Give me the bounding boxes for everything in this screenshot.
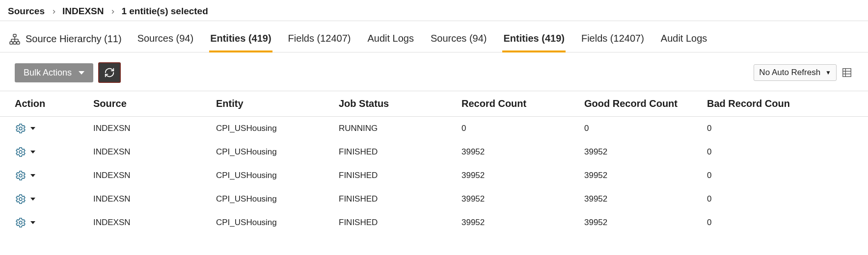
chevron-down-icon <box>30 127 35 130</box>
col-job-status[interactable]: Job Status <box>339 91 461 116</box>
bulk-actions-button[interactable]: Bulk Actions <box>15 63 93 82</box>
cell-source: INDEXSN <box>93 118 216 139</box>
auto-refresh-selected: No Auto Refresh <box>759 68 820 77</box>
cell-entity: CPI_USHousing <box>216 141 339 163</box>
svg-point-14 <box>19 151 22 153</box>
table-header-row: Action Source Entity Job Status Record C… <box>0 91 868 117</box>
cell-good-record-count: 39952 <box>584 188 707 210</box>
row-action[interactable] <box>15 187 93 211</box>
cell-record-count: 39952 <box>461 188 584 210</box>
gear-icon <box>15 146 27 158</box>
cell-record-count: 39952 <box>461 165 584 186</box>
svg-point-17 <box>19 221 22 224</box>
cell-entity: CPI_USHousing <box>216 212 339 233</box>
gear-icon <box>15 123 27 134</box>
cell-entity: CPI_USHousing <box>216 118 339 139</box>
hierarchy-icon <box>9 33 21 45</box>
svg-point-13 <box>19 127 22 130</box>
col-bad-record-count[interactable]: Bad Record Coun <box>707 91 830 116</box>
breadcrumb-selection: 1 entitie(s) selected <box>121 6 208 17</box>
cell-good-record-count: 0 <box>584 118 707 139</box>
cell-source: INDEXSN <box>93 212 216 233</box>
cell-good-record-count: 39952 <box>584 141 707 163</box>
tab-entities-419[interactable]: Entities (419) <box>502 26 565 52</box>
table-row: INDEXSN CPI_USHousing FINISHED 39952 399… <box>0 211 868 234</box>
breadcrumb-indexsn[interactable]: INDEXSN <box>62 6 104 17</box>
breadcrumb: Sources INDEXSN 1 entitie(s) selected <box>0 0 868 21</box>
row-action[interactable] <box>15 117 93 140</box>
cell-source: INDEXSN <box>93 141 216 163</box>
grid-settings-button[interactable] <box>841 66 853 79</box>
chevron-down-icon <box>30 221 35 224</box>
entities-table: Action Source Entity Job Status Record C… <box>0 91 868 234</box>
svg-rect-3 <box>13 42 16 44</box>
col-action[interactable]: Action <box>15 91 93 116</box>
cell-entity: CPI_USHousing <box>216 188 339 210</box>
source-hierarchy-text: Source Hierarchy (11) <box>26 33 122 45</box>
svg-rect-2 <box>17 42 20 44</box>
tab-entities-419[interactable]: Entities (419) <box>209 26 272 52</box>
refresh-icon <box>104 67 115 78</box>
row-action[interactable] <box>15 211 93 234</box>
svg-rect-9 <box>843 69 851 77</box>
chevron-down-icon <box>30 151 35 153</box>
cell-bad-record-count: 0 <box>707 141 830 163</box>
col-entity[interactable]: Entity <box>216 91 339 116</box>
table-row: INDEXSN CPI_USHousing FINISHED 39952 399… <box>0 187 868 211</box>
tab-audit-logs[interactable]: Audit Logs <box>366 26 415 52</box>
cell-record-count: 39952 <box>461 212 584 233</box>
chevron-down-icon <box>79 71 84 75</box>
breadcrumb-sources[interactable]: Sources <box>8 6 45 17</box>
cell-record-count: 39952 <box>461 141 584 163</box>
col-record-count[interactable]: Record Count <box>461 91 584 116</box>
tab-sources-94[interactable]: Sources (94) <box>430 26 488 52</box>
col-good-record-count[interactable]: Good Record Count <box>584 91 707 116</box>
cell-bad-record-count: 0 <box>707 212 830 233</box>
chevron-down-icon <box>30 198 35 201</box>
cell-job-status: FINISHED <box>339 188 461 210</box>
cell-source: INDEXSN <box>93 165 216 186</box>
cell-bad-record-count: 0 <box>707 165 830 186</box>
table-row: INDEXSN CPI_USHousing RUNNING 0 0 0 <box>0 117 868 140</box>
cell-source: INDEXSN <box>93 188 216 210</box>
cell-job-status: RUNNING <box>339 118 461 139</box>
cell-bad-record-count: 0 <box>707 188 830 210</box>
select-triangle-icon: ▼ <box>825 69 831 76</box>
chevron-right-icon <box>109 8 115 14</box>
gear-icon <box>15 170 27 181</box>
svg-rect-0 <box>13 34 16 37</box>
tab-fields-12407[interactable]: Fields (12407) <box>580 26 645 52</box>
auto-refresh-select[interactable]: No Auto Refresh ▼ <box>754 64 837 81</box>
row-action[interactable] <box>15 164 93 187</box>
cell-good-record-count: 39952 <box>584 165 707 186</box>
grid-icon <box>841 67 852 78</box>
refresh-button[interactable] <box>98 62 121 83</box>
row-action[interactable] <box>15 140 93 164</box>
col-source[interactable]: Source <box>93 91 216 116</box>
cell-record-count: 0 <box>461 118 584 139</box>
cell-bad-record-count: 0 <box>707 118 830 139</box>
toolbar: Bulk Actions No Auto Refresh ▼ <box>0 52 868 91</box>
svg-rect-1 <box>10 42 13 44</box>
tab-fields-12407[interactable]: Fields (12407) <box>287 26 352 52</box>
svg-point-15 <box>19 174 22 177</box>
chevron-right-icon <box>51 8 56 14</box>
cell-entity: CPI_USHousing <box>216 165 339 186</box>
cell-good-record-count: 39952 <box>584 212 707 233</box>
tabs-row: Source Hierarchy (11) Sources (94)Entiti… <box>0 21 868 52</box>
chevron-down-icon <box>30 174 35 177</box>
gear-icon <box>15 193 27 205</box>
table-row: INDEXSN CPI_USHousing FINISHED 39952 399… <box>0 140 868 164</box>
source-hierarchy-label[interactable]: Source Hierarchy (11) <box>9 28 122 50</box>
cell-job-status: FINISHED <box>339 141 461 163</box>
gear-icon <box>15 217 27 229</box>
tab-audit-logs[interactable]: Audit Logs <box>660 26 708 52</box>
svg-point-16 <box>19 198 22 201</box>
tab-sources-94[interactable]: Sources (94) <box>136 26 195 52</box>
table-row: INDEXSN CPI_USHousing FINISHED 39952 399… <box>0 164 868 187</box>
cell-job-status: FINISHED <box>339 165 461 186</box>
bulk-actions-label: Bulk Actions <box>24 68 72 78</box>
cell-job-status: FINISHED <box>339 212 461 233</box>
